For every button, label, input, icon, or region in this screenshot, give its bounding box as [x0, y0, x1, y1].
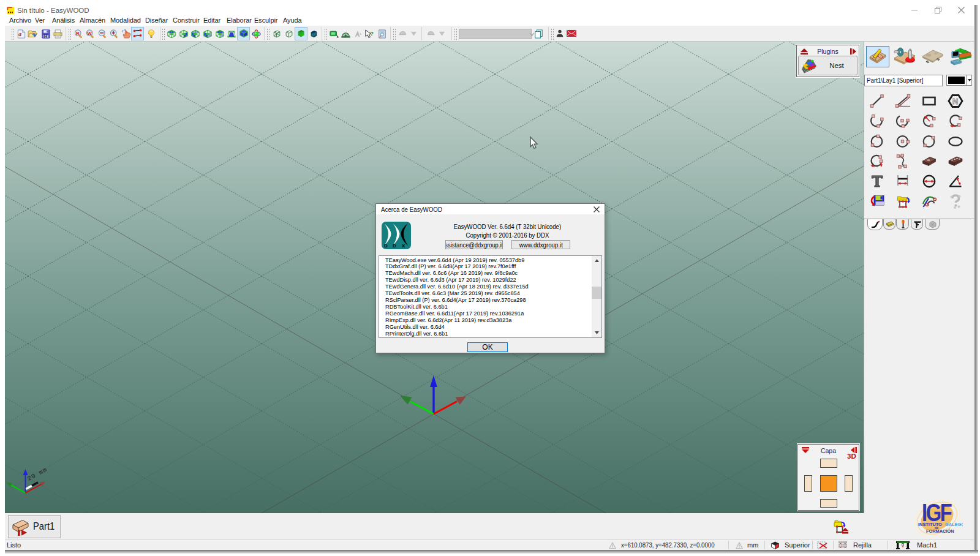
svg-text:D: D [393, 243, 396, 249]
svg-text:D: D [384, 243, 388, 249]
svg-text:?: ? [370, 30, 374, 37]
svg-text:N: N [952, 97, 958, 106]
svg-text:GALEGO: GALEGO [945, 522, 963, 527]
svg-text:INSTITUTO: INSTITUTO [918, 522, 942, 527]
svg-text:W: W [87, 31, 92, 36]
svg-text:H: H [43, 34, 48, 39]
svg-text:FORMACIÓN: FORMACIÓN [926, 528, 954, 534]
svg-text:a: a [18, 31, 21, 37]
svg-text:X: X [402, 243, 405, 249]
svg-text:R: R [76, 31, 80, 36]
